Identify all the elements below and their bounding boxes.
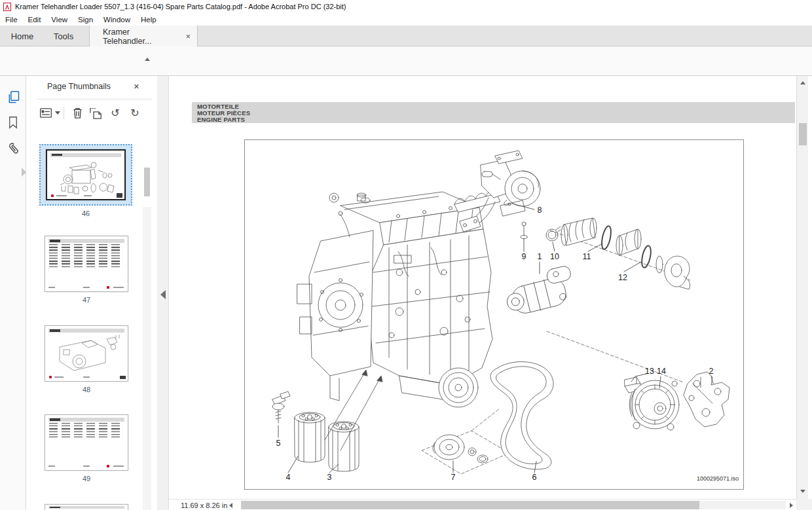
- thumbnail-46-page: [46, 149, 126, 200]
- figure-reference: 1000295071.iso: [667, 475, 739, 482]
- vertical-scrollbar[interactable]: [796, 76, 808, 499]
- title-bar: Kramer Telehandler Loader 5507_1.3 (416-…: [0, 0, 812, 13]
- panel-close-icon[interactable]: ×: [134, 81, 139, 92]
- thumbnail-46[interactable]: [39, 144, 132, 206]
- tab-bar: Home Tools Kramer Telehandler... ×: [0, 26, 812, 46]
- thumbnail-49[interactable]: 49: [45, 414, 128, 483]
- callout-4: 4: [286, 473, 291, 482]
- horizontal-scrollbar[interactable]: [241, 501, 786, 509]
- thumbnail-options-caret[interactable]: [55, 111, 60, 115]
- vertical-scrollbar-thumb[interactable]: [799, 123, 807, 145]
- callout-2: 2: [709, 367, 714, 376]
- panel-scrollbar-thumb[interactable]: [144, 168, 150, 196]
- callout-12: 12: [618, 273, 627, 282]
- tab-home[interactable]: Home: [0, 26, 45, 46]
- thumbnail-47[interactable]: 47: [45, 236, 128, 304]
- thumbnail-48-label: 48: [45, 386, 128, 393]
- callout-9: 9: [522, 252, 526, 261]
- rotate-ccw-icon[interactable]: ↺: [107, 105, 123, 120]
- page-thumbnails-panel: Page Thumbnails × ↺ ↻: [26, 76, 157, 510]
- navigation-rail: [0, 76, 26, 510]
- scroll-up-icon[interactable]: [800, 81, 805, 84]
- menu-help[interactable]: Help: [136, 16, 162, 24]
- callout-8: 8: [538, 206, 542, 215]
- attachments-rail-icon[interactable]: [7, 141, 20, 155]
- callout-13: 13: [645, 367, 654, 376]
- panel-resize-gutter[interactable]: [157, 76, 169, 510]
- callout-5: 5: [276, 439, 281, 448]
- delete-pages-icon[interactable]: [69, 105, 85, 120]
- scrollbar-corner: [796, 499, 812, 510]
- panel-divider: [37, 99, 152, 100]
- thumbnail-47-label: 47: [45, 296, 128, 304]
- tab-close-icon[interactable]: ×: [185, 31, 191, 41]
- thumbnail-48-mini-machine: [50, 333, 124, 374]
- insert-pages-icon[interactable]: [88, 105, 103, 120]
- menu-window[interactable]: Window: [98, 16, 136, 24]
- thumbnail-49-label: 49: [45, 475, 128, 483]
- callout-11: 11: [583, 252, 591, 261]
- main-toolbar: 46 / 525 85%: [0, 46, 812, 76]
- panel-scrollbar[interactable]: [143, 207, 151, 510]
- bookmarks-rail-icon[interactable]: [7, 115, 20, 130]
- page-thumbnails-rail-icon[interactable]: [7, 90, 20, 105]
- page-size-status: 11.69 x 8.26 in: [181, 501, 227, 509]
- rail-active-notch: [22, 168, 26, 177]
- thumbnail-46-label: 46: [39, 209, 132, 217]
- horizontal-scrollbar-row: 11.69 x 8.26 in: [169, 499, 796, 510]
- menu-view[interactable]: View: [46, 16, 73, 24]
- menu-file[interactable]: File: [0, 16, 23, 24]
- acrobat-app-icon: [3, 3, 11, 11]
- menu-sign[interactable]: Sign: [73, 16, 98, 24]
- thumbnail-48[interactable]: 48: [45, 325, 128, 393]
- thumbnail-46-mini-engine: [52, 158, 122, 196]
- callout-10: 10: [550, 252, 559, 261]
- window-title: Kramer Telehandler Loader 5507_1.3 (416-…: [15, 3, 346, 10]
- thumbnail-50-partial[interactable]: [45, 504, 128, 510]
- document-page[interactable]: MOTORTEILE MOTEUR PIÈCES ENGINE PARTS: [169, 76, 796, 499]
- collapse-panel-icon[interactable]: [160, 290, 166, 299]
- rotate-cw-icon[interactable]: ↻: [127, 105, 143, 120]
- scroll-left-icon[interactable]: [229, 503, 232, 508]
- tab-document-label: Kramer Telehandler...: [103, 27, 180, 46]
- acrobat-window: Kramer Telehandler Loader 5507_1.3 (416-…: [0, 0, 812, 510]
- panel-toolbar-separator: [64, 106, 64, 119]
- panel-title: Page Thumbnails: [47, 82, 111, 91]
- scroll-right-icon[interactable]: [790, 503, 793, 508]
- callout-3: 3: [327, 473, 332, 482]
- tab-tools[interactable]: Tools: [45, 26, 83, 46]
- scroll-down-icon[interactable]: [800, 490, 805, 493]
- callout-7: 7: [451, 473, 456, 482]
- tab-document[interactable]: Kramer Telehandler... ×: [89, 26, 198, 47]
- engine-exploded-diagram: [169, 76, 796, 499]
- menu-bar: File Edit View Sign Window Help: [0, 13, 812, 26]
- thumbnail-options-icon[interactable]: [38, 105, 54, 120]
- menu-edit[interactable]: Edit: [23, 16, 46, 24]
- callout-6: 6: [532, 473, 537, 482]
- horizontal-scrollbar-thumb[interactable]: [241, 501, 699, 509]
- callout-1: 1: [538, 252, 542, 261]
- callout-14: 14: [657, 367, 666, 376]
